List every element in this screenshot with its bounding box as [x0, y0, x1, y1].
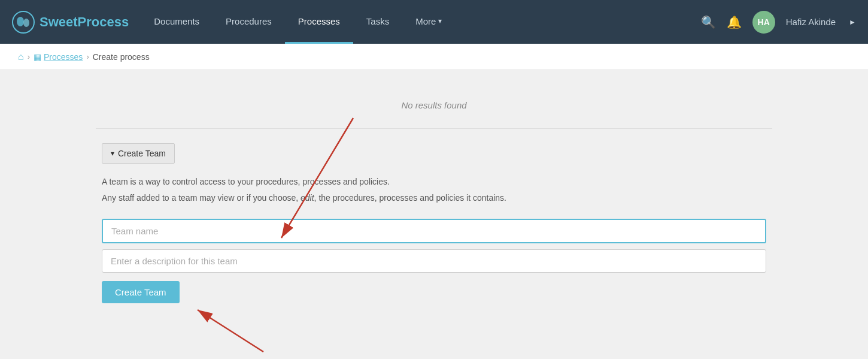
processes-icon: ▦ [34, 52, 41, 62]
nav-right: 🔍 🔔 HA Hafiz Akinde ► [701, 11, 856, 34]
desc-italic: edit [301, 193, 314, 203]
create-team-toggle-button[interactable]: ▾ Create Team [102, 143, 175, 164]
create-team-area: ▾ Create Team A team is a way to control… [96, 143, 772, 315]
toggle-chevron-icon: ▾ [111, 149, 114, 158]
search-icon[interactable]: 🔍 [701, 15, 716, 29]
sweetprocess-logo-icon [12, 11, 35, 34]
breadcrumb-current-page: Create process [93, 52, 150, 62]
bell-icon[interactable]: 🔔 [727, 15, 742, 29]
more-chevron-icon: ▾ [438, 17, 442, 25]
svg-point-1 [17, 17, 24, 26]
description-line1: A team is a way to control access to you… [102, 176, 766, 188]
create-team-button[interactable]: Create Team [102, 281, 180, 303]
svg-line-7 [198, 310, 263, 352]
nav-documents[interactable]: Documents [141, 0, 213, 44]
nav-procedures[interactable]: Procedures [213, 0, 285, 44]
breadcrumb-home-icon[interactable]: ⌂ [18, 52, 24, 62]
breadcrumb: ⌂ › ▦ Processes › Create process [0, 44, 868, 70]
nav-tasks[interactable]: Tasks [353, 0, 402, 44]
team-description-input[interactable] [102, 249, 766, 273]
main-content: No results found ▾ Create Team A team is… [0, 70, 868, 359]
brand-logo-link[interactable]: SweetProcess [12, 11, 129, 34]
user-chevron-icon: ► [849, 18, 856, 26]
nav-processes[interactable]: Processes [285, 0, 353, 44]
breadcrumb-processes-link[interactable]: ▦ Processes [34, 52, 83, 62]
nav-more[interactable]: More ▾ [402, 0, 455, 44]
username-label: Hafiz Akinde [786, 17, 836, 27]
svg-point-2 [23, 19, 29, 27]
breadcrumb-sep-2: › [86, 52, 89, 61]
avatar[interactable]: HA [752, 11, 775, 34]
create-team-toggle-label: Create Team [118, 149, 166, 158]
divider [96, 128, 772, 129]
no-results-text: No results found [96, 88, 772, 128]
breadcrumb-sep-1: › [28, 52, 30, 61]
breadcrumb-section-label: Processes [44, 52, 83, 62]
navbar: SweetProcess Documents Procedures Proces… [0, 0, 868, 44]
description-line2: Any staff added to a team may view or if… [102, 192, 766, 204]
nav-items: Documents Procedures Processes Tasks Mor… [141, 0, 701, 44]
brand-name: SweetProcess [40, 14, 129, 30]
team-name-input[interactable] [102, 219, 766, 243]
